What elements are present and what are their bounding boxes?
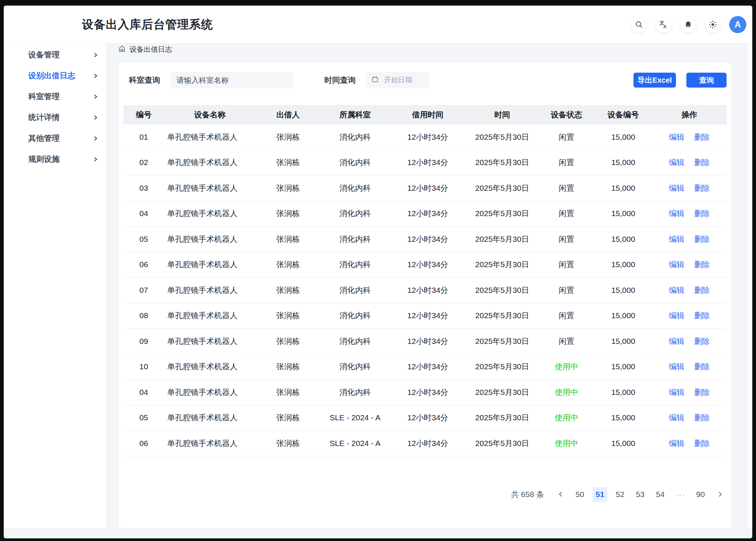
table-row: 06 单孔腔镜手术机器人 张润栋 SLE - 2024 - A 12小时34分 … (123, 431, 727, 456)
start-date-placeholder: 开始日期 (384, 75, 412, 85)
theme-button[interactable] (705, 16, 721, 33)
translate-button[interactable]: 文 A (655, 16, 672, 33)
cell-dept: 消化内科 (321, 285, 390, 295)
edit-link[interactable]: 编辑 (669, 387, 684, 398)
scrollbar-track[interactable] (748, 44, 752, 528)
search-button[interactable] (631, 16, 647, 33)
delete-link[interactable]: 删除 (694, 234, 710, 244)
edit-link[interactable]: 编辑 (669, 438, 684, 449)
cell-dept: 消化内科 (321, 183, 390, 193)
edit-link[interactable]: 编辑 (669, 234, 684, 244)
cell-duration: 12小时34分 (390, 157, 466, 168)
delete-link[interactable]: 删除 (694, 259, 710, 270)
status-badge: 闲置 (539, 183, 594, 193)
delete-link[interactable]: 删除 (694, 285, 710, 295)
edit-link[interactable]: 编辑 (669, 132, 684, 142)
cell-date: 2025年5月30日 (466, 285, 539, 295)
edit-link[interactable]: 编辑 (669, 361, 684, 372)
edit-link[interactable]: 编辑 (669, 157, 684, 168)
cell-device-no: 15,000 (594, 158, 652, 167)
delete-link[interactable]: 删除 (694, 412, 710, 423)
edit-link[interactable]: 编辑 (669, 208, 684, 219)
cell-date: 2025年5月30日 (466, 412, 539, 423)
cell-actions: 编辑 删除 (652, 336, 727, 347)
cell-borrower: 张润栋 (255, 285, 321, 295)
cell-device-name: 单孔腔镜手术机器人 (164, 310, 255, 321)
cell-actions: 编辑 删除 (652, 412, 727, 423)
start-date-picker[interactable]: 开始日期 (366, 72, 429, 88)
notification-button[interactable] (680, 16, 696, 33)
sidebar-item[interactable]: 设备管理 (4, 44, 106, 65)
edit-link[interactable]: 编辑 (669, 310, 684, 321)
cell-device-name: 单孔腔镜手术机器人 (164, 387, 255, 398)
edit-link[interactable]: 编辑 (669, 285, 684, 295)
chevron-left-icon (558, 490, 563, 499)
delete-link[interactable]: 删除 (694, 438, 710, 449)
cell-device-no: 15,000 (594, 388, 652, 397)
cell-device-name: 单孔腔镜手术机器人 (164, 234, 255, 244)
cell-date: 2025年5月30日 (466, 208, 539, 219)
breadcrumb-label: 设备出借日志 (130, 45, 172, 54)
table-row: 10 单孔腔镜手术机器人 张润栋 消化内科 12小时34分 2025年5月30日… (123, 354, 727, 380)
cell-device-name: 单孔腔镜手术机器人 (164, 208, 255, 219)
page-number[interactable]: 50 (572, 487, 587, 502)
page-number[interactable]: 51 (593, 487, 607, 502)
page-body: 设备管理 设别出借日志 科室管理 (4, 44, 752, 528)
edit-link[interactable]: 编辑 (669, 412, 684, 423)
cell-duration: 12小时34分 (390, 183, 466, 193)
page-number[interactable]: ··· (673, 487, 688, 502)
cell-device-no: 15,000 (594, 439, 652, 448)
table-header-row: 编号 设备名称 出借人 所属科室 借用时间 时间 设备状态 设备编号 操作 (123, 105, 727, 124)
table-row: 06 单孔腔镜手术机器人 张润栋 消化内科 12小时34分 2025年5月30日… (123, 252, 727, 278)
status-badge: 闲置 (539, 208, 594, 219)
dept-search-input[interactable] (171, 72, 293, 88)
sidebar-item[interactable]: 统计详情 (4, 107, 106, 128)
chevron-right-icon (93, 134, 98, 143)
cell-date: 2025年5月30日 (466, 183, 539, 193)
sidebar-item[interactable]: 规则设施 (4, 149, 106, 170)
table-row: 05 单孔腔镜手术机器人 张润栋 SLE - 2024 - A 12小时34分 … (123, 405, 727, 431)
delete-link[interactable]: 删除 (694, 361, 710, 372)
page-number[interactable]: 53 (633, 487, 648, 502)
page-number[interactable]: 52 (613, 487, 628, 502)
svg-text:A: A (663, 24, 667, 29)
delete-link[interactable]: 删除 (694, 183, 710, 193)
export-excel-button[interactable]: 导出Excel (633, 73, 676, 88)
edit-link[interactable]: 编辑 (669, 336, 684, 347)
page-number[interactable]: 54 (653, 487, 668, 502)
sidebar: 设备管理 设别出借日志 科室管理 (4, 44, 106, 528)
status-badge: 闲置 (539, 157, 594, 168)
home-icon[interactable] (118, 45, 126, 54)
delete-link[interactable]: 删除 (694, 387, 710, 398)
cell-device-no: 15,000 (594, 260, 652, 269)
sidebar-item[interactable]: 其他管理 (4, 128, 106, 149)
cell-duration: 12小时34分 (390, 412, 466, 423)
cell-duration: 12小时34分 (390, 438, 466, 449)
cell-device-name: 单孔腔镜手术机器人 (164, 285, 255, 295)
delete-link[interactable]: 删除 (694, 336, 710, 347)
delete-link[interactable]: 删除 (694, 208, 710, 219)
page-number[interactable]: 90 (693, 487, 708, 502)
sidebar-item-label: 设备管理 (28, 50, 60, 60)
cell-duration: 12小时34分 (390, 234, 466, 244)
sidebar-item[interactable]: 设别出借日志 (4, 65, 106, 86)
avatar[interactable]: A (729, 16, 746, 33)
cell-date: 2025年5月30日 (466, 310, 539, 321)
next-page-button[interactable] (713, 487, 727, 502)
cell-duration: 12小时34分 (390, 361, 466, 372)
delete-link[interactable]: 删除 (694, 132, 710, 142)
edit-link[interactable]: 编辑 (669, 183, 684, 193)
sidebar-item-label: 其他管理 (28, 133, 60, 143)
cell-date: 2025年5月30日 (466, 387, 539, 398)
delete-link[interactable]: 删除 (694, 157, 710, 168)
dept-query-label: 科室查询 (129, 75, 160, 85)
cell-actions: 编辑 删除 (652, 259, 727, 270)
sidebar-item[interactable]: 科室管理 (4, 86, 106, 107)
query-button[interactable]: 查询 (686, 73, 727, 88)
delete-link[interactable]: 删除 (694, 310, 710, 321)
cell-borrower: 张润栋 (255, 361, 321, 372)
prev-page-button[interactable] (554, 487, 567, 502)
cell-no: 04 (123, 209, 164, 218)
cell-no: 02 (123, 158, 164, 167)
edit-link[interactable]: 编辑 (669, 259, 684, 270)
